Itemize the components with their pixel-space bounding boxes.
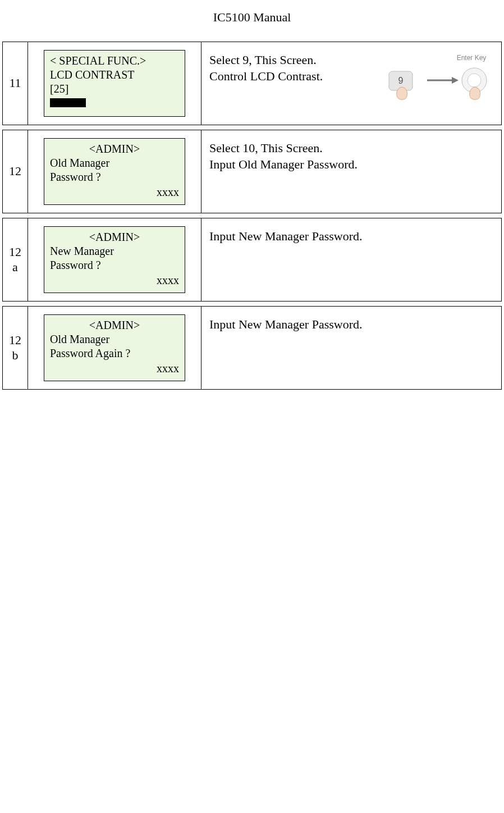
description-text: Input New Manager Password. [209,317,493,333]
description-cell: Select 10, This Screen. Input Old Manage… [201,130,501,213]
page-title: IC5100 Manual [0,10,504,25]
lcd-line: New Manager [50,244,179,258]
lcd-line: Old Manager [50,332,179,346]
lcd-screen: < SPECIAL FUNC.> LCD CONTRAST [25] [44,50,185,117]
table-row: 12 a <ADMIN> New Manager Password ? xxxx… [2,218,502,302]
lcd-line: LCD CONTRAST [50,68,179,82]
lcd-cell: <ADMIN> Old Manager Password Again ? xxx… [28,307,201,389]
lcd-screen: <ADMIN> Old Manager Password Again ? xxx… [44,314,185,381]
lcd-header: <ADMIN> [50,318,179,332]
instruction-table: 11 < SPECIAL FUNC.> LCD CONTRAST [25] Se… [0,42,504,390]
lcd-line: Password ? [50,258,179,272]
lcd-header: <ADMIN> [50,142,179,156]
lcd-screen: <ADMIN> New Manager Password ? xxxx [44,226,185,293]
table-row: 12 <ADMIN> Old Manager Password ? xxxx S… [2,130,502,213]
lcd-header: <ADMIN> [50,230,179,244]
description-cell: Input New Manager Password. [201,218,501,301]
lcd-cell: <ADMIN> New Manager Password ? xxxx [28,218,201,301]
svg-point-2 [468,74,481,87]
enter-key-illustration: Enter Key 9 [384,51,497,102]
step-number: 12 a [3,218,28,301]
key-digit: 9 [398,76,404,85]
description-text: Select 10, This Screen. Input Old Manage… [209,140,493,172]
step-number: 12 b [3,307,28,389]
lcd-line: Password Again ? [50,346,179,360]
enter-key-label: Enter Key [457,54,487,62]
lcd-input-value: xxxx [50,185,179,199]
lcd-header: < SPECIAL FUNC.> [50,54,179,68]
step-number: 12 [3,130,28,213]
lcd-cell: < SPECIAL FUNC.> LCD CONTRAST [25] [28,42,201,125]
lcd-input-value: xxxx [50,273,179,287]
lcd-cell: <ADMIN> Old Manager Password ? xxxx [28,130,201,213]
lcd-progress-bar [50,98,86,107]
description-text: Input New Manager Password. [209,229,493,245]
lcd-screen: <ADMIN> Old Manager Password ? xxxx [44,138,185,205]
lcd-line: Password ? [50,170,179,184]
lcd-input-value: xxxx [50,362,179,376]
table-row: 11 < SPECIAL FUNC.> LCD CONTRAST [25] Se… [2,42,502,125]
lcd-line: [25] [50,82,179,96]
table-row: 12 b <ADMIN> Old Manager Password Again … [2,306,502,390]
description-cell: Input New Manager Password. [201,307,501,389]
step-number: 11 [3,42,28,125]
lcd-line: Old Manager [50,156,179,170]
description-cell: Select 9, This Screen. Control LCD Contr… [201,42,501,125]
